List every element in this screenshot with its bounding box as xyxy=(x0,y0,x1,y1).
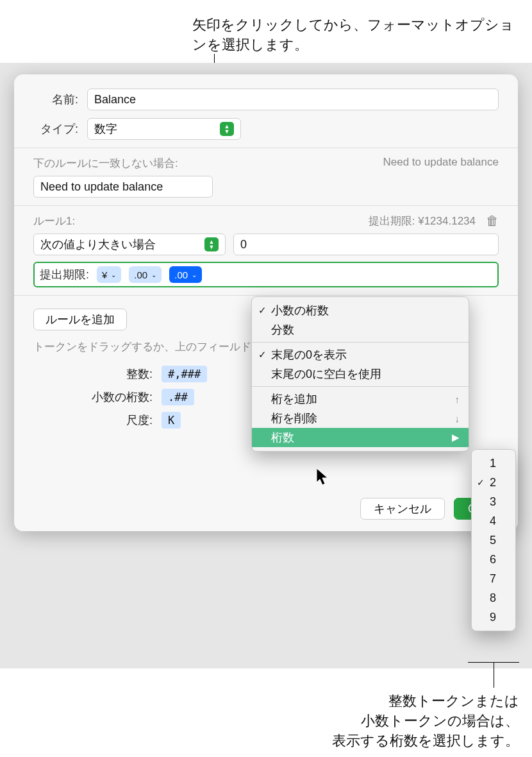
menu-item-add-digit[interactable]: 桁を追加 ↑ xyxy=(252,389,469,409)
menu-item-show-trailing-zero[interactable]: ✓ 末尾の0を表示 xyxy=(252,345,469,364)
menu-item-trailing-zero-space[interactable]: 末尾の0に空白を使用 xyxy=(252,364,469,384)
type-label: タイプ: xyxy=(33,121,87,137)
check-icon: ✓ xyxy=(258,305,267,316)
cancel-button[interactable]: キャンセル xyxy=(360,498,445,520)
scale-token-label: 尺度: xyxy=(33,413,162,428)
menu-item-fraction[interactable]: 分数 xyxy=(252,320,469,339)
divider xyxy=(14,295,518,296)
menu-item-digit-count[interactable]: 桁数 ▶ xyxy=(252,428,469,447)
chevron-down-icon: ⌄ xyxy=(192,271,197,278)
check-icon: ✓ xyxy=(477,477,485,488)
threshold-input[interactable]: 0 xyxy=(233,234,499,255)
decimal-token[interactable]: .00⌄ xyxy=(129,266,162,283)
type-value: 数字 xyxy=(94,121,117,137)
divider xyxy=(14,205,518,206)
int-token[interactable]: #,### xyxy=(162,366,207,382)
int-token-label: 整数: xyxy=(33,366,162,382)
digits-option[interactable]: 6 xyxy=(472,550,515,569)
chevron-updown-icon: ▲▼ xyxy=(220,122,234,136)
add-rule-button[interactable]: ルールを追加 xyxy=(33,309,127,330)
cursor-icon xyxy=(317,468,331,486)
scale-token[interactable]: K xyxy=(162,412,181,429)
currency-token[interactable]: ¥⌄ xyxy=(97,266,121,283)
digits-submenu: 1✓23456789 xyxy=(471,449,516,631)
digits-option[interactable]: 5 xyxy=(472,531,515,550)
callout-bottom: 整数トークンまたは小数トークンの場合は、表示する桁数を選択します。 xyxy=(263,692,519,751)
digits-option[interactable]: 8 xyxy=(472,588,515,608)
format-token-row[interactable]: 提出期限: ¥⌄ .00⌄ .00⌄ xyxy=(33,262,499,287)
condition-value: 次の値より大きい場合 xyxy=(40,237,156,252)
chevron-updown-icon: ▲▼ xyxy=(204,237,219,251)
trash-icon[interactable]: 🗑 xyxy=(486,214,499,228)
chevron-right-icon: ▶ xyxy=(452,432,460,443)
no-match-input[interactable]: Need to update balance xyxy=(33,176,213,198)
format-options-menu: ✓ 小数の桁数 分数 ✓ 末尾の0を表示 末尾の0に空白を使用 桁を追加 ↑ 桁… xyxy=(251,296,469,452)
rule-preview: 提出期限: ¥1234.1234 xyxy=(369,214,476,228)
digits-option[interactable]: 9 xyxy=(472,608,515,627)
up-arrow-icon: ↑ xyxy=(455,394,460,405)
dec-token-label: 小数の桁数: xyxy=(33,389,162,405)
divider xyxy=(14,148,518,148)
check-icon: ✓ xyxy=(258,349,267,361)
down-arrow-icon: ↓ xyxy=(455,413,460,424)
dec-token[interactable]: .## xyxy=(162,389,194,405)
digits-option[interactable]: 4 xyxy=(472,511,515,531)
callout-line xyxy=(494,662,494,688)
name-input[interactable]: Balance xyxy=(87,89,499,110)
menu-item-remove-digit[interactable]: 桁を削除 ↓ xyxy=(252,409,469,428)
callout-top: 矢印をクリックしてから、フォーマットオプションを選択します。 xyxy=(192,15,519,55)
no-match-preview: Need to update balance xyxy=(383,156,499,171)
menu-item-decimal-places[interactable]: ✓ 小数の桁数 xyxy=(252,301,469,320)
menu-divider xyxy=(252,386,469,387)
rule-title: ルール1: xyxy=(33,214,75,228)
digits-option[interactable]: 3 xyxy=(472,492,515,511)
type-select[interactable]: 数字 ▲▼ xyxy=(87,118,241,140)
digits-option[interactable]: ✓2 xyxy=(472,473,515,492)
name-label: 名前: xyxy=(33,92,87,107)
condition-select[interactable]: 次の値より大きい場合 ▲▼ xyxy=(33,234,226,255)
token-row-label: 提出期限: xyxy=(40,267,89,282)
digits-option[interactable]: 1 xyxy=(472,454,515,473)
chevron-down-icon: ⌄ xyxy=(151,271,156,278)
no-match-label: 下のルールに一致しない場合: xyxy=(33,156,178,171)
decimal-token-selected[interactable]: .00⌄ xyxy=(169,266,202,283)
svg-marker-0 xyxy=(317,468,328,485)
digits-option[interactable]: 7 xyxy=(472,569,515,588)
menu-divider xyxy=(252,342,469,343)
chevron-down-icon: ⌄ xyxy=(111,271,116,278)
